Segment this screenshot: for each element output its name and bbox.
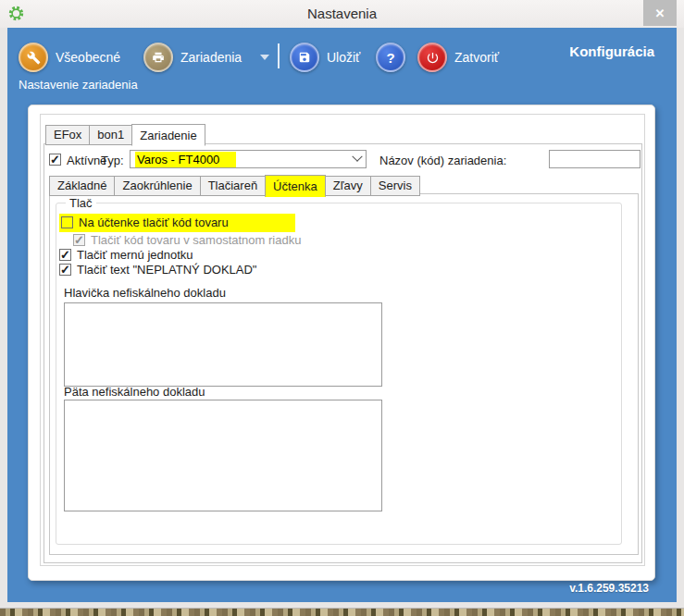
chevron-down-icon	[352, 152, 362, 162]
wrench-icon	[19, 43, 48, 72]
subtab-servis[interactable]: Servis	[370, 176, 420, 196]
highlight-wrapper: Na účtenke tlačiť kód tovaru	[59, 214, 295, 232]
print-option-row: Tlačiť kód tovaru v samostatnom riadku	[73, 233, 301, 247]
print-group-title: Tlač	[66, 196, 96, 210]
subtab-tlaciaren[interactable]: Tlačiareň	[200, 176, 266, 196]
device-header-row: Aktívne Typ: Varos - FT4000 Názov (kód) …	[49, 150, 636, 172]
inner-panel: EFox bon1 Zariadenie Aktívne Typ: Varos …	[40, 114, 645, 566]
footer-doc-label: Päta nefiskálneho dokladu	[64, 385, 205, 399]
subtab-zaokruhlenie[interactable]: Zaokrúhlenie	[114, 176, 200, 196]
print-invalid-doc-label: Tlačiť text "NEPLATNÝ DOKLAD"	[77, 263, 256, 277]
subtab-zakladne[interactable]: Základné	[49, 176, 115, 196]
device-type-select[interactable]: Varos - FT4000	[130, 150, 367, 168]
device-tabpage: Aktívne Typ: Varos - FT4000 Názov (kód) …	[44, 143, 642, 563]
app-brand: Konfigurácia	[569, 43, 654, 59]
print-option-row: Na účtenke tlačiť kód tovaru	[59, 214, 295, 232]
header-doc-label: Hlavička nefiskálneho dokladu	[64, 286, 226, 300]
client-area: Všeobecné Zariadenia Uložiť ?	[7, 28, 677, 602]
save-floppy-icon	[290, 43, 319, 72]
tab-efox[interactable]: EFox	[45, 125, 90, 145]
save-button[interactable]: Uložiť	[290, 43, 360, 72]
help-button[interactable]: ?	[376, 43, 405, 72]
close-window-button[interactable]: ✕	[643, 0, 677, 26]
version-label: v.1.6.259.35213	[569, 582, 649, 595]
sub-tabstrip: Základné Zaokrúhlenie Tlačiareň Účtenka …	[49, 175, 419, 196]
subtab-uctenka[interactable]: Účtenka	[265, 175, 326, 197]
devices-button-label: Zariadenia	[180, 50, 242, 65]
print-unit-checkbox[interactable]	[59, 249, 71, 261]
active-checkbox[interactable]	[49, 154, 61, 166]
tab-zariadenie[interactable]: Zariadenie	[131, 124, 205, 146]
help-icon: ?	[376, 43, 405, 72]
device-type-value: Varos - FT4000	[135, 152, 236, 167]
footer-doc-textarea[interactable]	[64, 400, 382, 511]
window-title: Nastavenia	[0, 6, 684, 21]
devices-button[interactable]: Zariadenia	[143, 43, 242, 72]
code-separate-line-checkbox[interactable]	[73, 234, 85, 246]
device-name-label: Názov (kód) zariadenia:	[379, 154, 506, 167]
main-tabstrip: EFox bon1 Zariadenie	[45, 124, 205, 145]
print-item-code-checkbox[interactable]	[61, 216, 73, 228]
close-config-button-label: Zatvoriť	[454, 50, 499, 65]
breadcrumb: Nastavenie zariadenia	[19, 78, 138, 92]
settings-panel: EFox bon1 Zariadenie Aktívne Typ: Varos …	[28, 105, 655, 581]
tab-bon1[interactable]: bon1	[89, 125, 132, 145]
power-icon	[417, 43, 447, 72]
print-groupbox: Tlač Na účtenke tlačiť kód tovaru Tlačiť…	[56, 203, 622, 545]
titlebar: Nastavenia ✕	[0, 0, 684, 28]
toolbar-separator	[278, 43, 280, 68]
close-icon: ✕	[655, 6, 665, 20]
devices-dropdown-chevron-icon[interactable]	[260, 55, 269, 60]
settings-window: Nastavenia ✕ Všeobecné Zariadenia	[0, 0, 684, 609]
print-unit-label: Tlačiť mernú jednotku	[77, 248, 193, 262]
print-option-row: Tlačiť mernú jednotku	[59, 248, 193, 262]
print-option-row: Tlačiť text "NEPLATNÝ DOKLAD"	[59, 263, 256, 277]
print-invalid-doc-checkbox[interactable]	[59, 264, 71, 276]
uctenka-tabpage: Tlač Na účtenke tlačiť kód tovaru Tlačiť…	[49, 193, 639, 555]
general-button-label: Všeobecné	[56, 50, 120, 65]
save-button-label: Uložiť	[327, 50, 360, 65]
header-doc-textarea[interactable]	[64, 302, 382, 387]
general-button[interactable]: Všeobecné	[19, 43, 120, 72]
print-item-code-label: Na účtenke tlačiť kód tovaru	[79, 216, 229, 229]
device-name-input[interactable]	[549, 150, 640, 168]
close-config-button[interactable]: Zatvoriť	[417, 43, 499, 72]
type-label: Typ:	[101, 154, 124, 167]
code-separate-line-label: Tlačiť kód tovaru v samostatnom riadku	[91, 233, 301, 247]
device-printer-icon	[143, 43, 173, 72]
subtab-zlavy[interactable]: Zľavy	[325, 176, 371, 196]
